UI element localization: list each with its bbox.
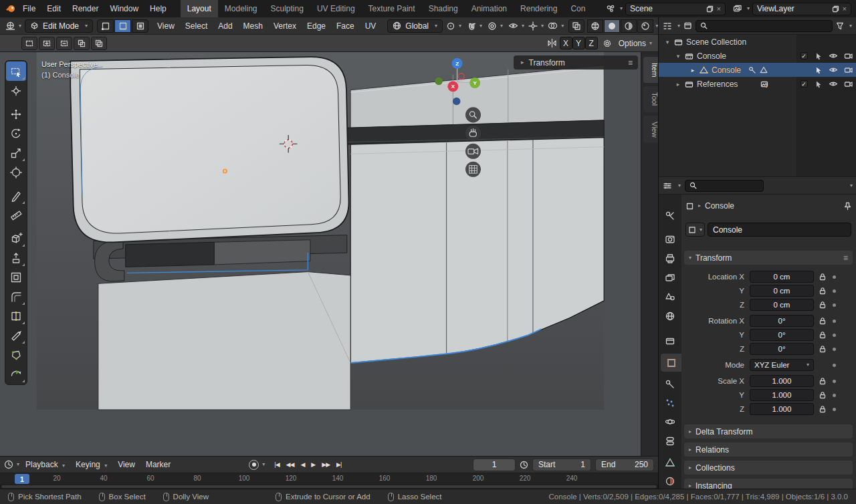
toggle-ortho-button[interactable] [465,162,481,177]
menu-render[interactable]: Render [67,2,104,15]
animate-dot[interactable] [833,408,836,411]
tool-inset-faces[interactable] [6,267,26,287]
properties-editor-icon[interactable] [663,181,672,191]
outliner-editor-chevron[interactable]: ▾ [677,23,680,29]
shading-wireframe-button[interactable] [587,19,603,33]
panel-options-icon[interactable]: ≡ [628,58,633,68]
lock-icon[interactable] [819,405,826,413]
workspace-tab-uv-editing[interactable]: UV Editing [310,0,362,17]
jump-to-end-button[interactable]: ▶| [334,459,344,470]
selectable-cursor-icon[interactable] [815,66,823,74]
location-y-field[interactable]: 0 cm [750,285,814,297]
tool-bevel[interactable] [6,287,26,306]
sidebar-tab-view[interactable]: View [643,116,659,144]
tool-measure[interactable] [6,205,26,225]
menu-uv[interactable]: UV [360,19,381,33]
snap-toggle[interactable]: ▾ [465,19,484,33]
scene-browse-chevron[interactable]: ▾ [620,6,623,11]
prev-keyframe-button[interactable]: ◀◀ [284,459,297,470]
outliner-row-console-object[interactable]: ▸ Console [659,63,856,77]
sidebar-tab-tool[interactable]: Tool [643,86,659,112]
xray-toggle[interactable] [568,19,584,33]
lock-icon[interactable] [819,377,826,385]
disclosure-triangle[interactable]: ▸ [675,81,681,88]
shading-material-button[interactable] [621,19,637,33]
hide-eye-icon[interactable] [829,52,838,59]
select-mode-new-button[interactable] [21,37,37,50]
menu-edit[interactable]: Edit [41,2,66,15]
disclosure-triangle[interactable]: ▾ [664,39,671,45]
animate-dot[interactable] [833,289,836,293]
play-button[interactable]: ▶ [308,459,318,470]
outliner-display-mode-icon[interactable] [683,21,692,30]
disable-render-camera-icon[interactable] [844,66,853,74]
menu-playback[interactable]: Playback ▾ [21,458,70,471]
tool-knife[interactable] [6,326,26,345]
menu-view[interactable]: View [152,19,179,33]
lock-icon[interactable] [819,273,826,281]
tool-add-cube[interactable] [6,229,26,248]
outliner-search-input[interactable] [696,20,833,32]
breadcrumb-object-name[interactable]: Console [705,201,734,211]
collection-exclude-checkbox[interactable]: ✓ [800,80,808,88]
new-scene-icon[interactable] [706,5,714,13]
rotation-x-field[interactable]: 0° [750,315,814,327]
tab-tool[interactable] [659,207,681,225]
overlays-dropdown[interactable]: ▾ [546,19,566,33]
animate-dot[interactable] [833,394,836,397]
disclosure-triangle[interactable]: ▾ [675,53,681,59]
filter-chevron[interactable]: ▾ [849,23,852,29]
tool-scale[interactable] [6,143,26,162]
tool-cursor[interactable] [6,81,26,100]
shading-solid-button[interactable] [604,19,620,33]
transform-panel-header[interactable]: ▸ Transform ≡ [514,55,638,70]
tool-loop-cut[interactable] [6,306,26,326]
workspace-tab-rendering[interactable]: Rendering [514,0,564,17]
menu-select[interactable]: Select [181,19,212,33]
vertex-select-button[interactable] [97,19,114,33]
proportional-editing-dropdown[interactable]: ▾ [486,19,505,33]
menu-mesh[interactable]: Mesh [239,19,268,33]
camera-view-button[interactable] [465,144,481,159]
section-collections[interactable]: ▸ Collections [684,461,853,475]
playhead[interactable]: 1 [15,474,29,484]
timeline-editor-chevron[interactable]: ▾ [17,462,19,467]
workspace-tab-compositing[interactable]: Con [564,0,592,17]
viewport-canvas[interactable]: Z Y X [0,52,641,456]
scene-name-field[interactable]: Scene × [625,3,726,15]
animate-dot[interactable] [833,275,836,279]
editor-type-button[interactable]: ▾ [3,19,23,33]
properties-search-input[interactable] [685,180,764,192]
scale-z-field[interactable]: 1.000 [750,403,814,415]
collection-exclude-checkbox[interactable]: ✓ [800,52,808,59]
options-dropdown[interactable]: Options ▾ [617,37,654,50]
viewlayer-browse-chevron[interactable]: ▾ [747,6,750,11]
workspace-tab-texture-paint[interactable]: Texture Paint [362,0,422,17]
filter-funnel-icon[interactable] [836,22,844,30]
sidebar-tab-item[interactable]: Item [643,57,659,83]
auto-keying-button[interactable] [249,460,259,470]
animate-dot[interactable] [833,380,836,383]
properties-filter-chevron[interactable]: ▾ [850,183,853,188]
tab-render[interactable] [659,230,681,248]
unlink-scene-icon[interactable]: × [717,5,721,13]
select-mode-intersect-button[interactable] [91,37,107,50]
location-x-field[interactable]: 0 cm [750,271,814,283]
shading-rendered-button[interactable] [637,19,653,33]
hide-eye-icon[interactable] [829,80,838,88]
disable-render-camera-icon[interactable] [844,52,853,59]
scale-x-field[interactable]: 1.000 [750,375,814,387]
gizmo-minus-z-ball[interactable] [453,98,461,106]
workspace-tab-modeling[interactable]: Modeling [218,0,264,17]
menu-help[interactable]: Help [144,2,172,15]
mode-dropdown[interactable]: Edit Mode ▾ [25,19,93,33]
lock-icon[interactable] [819,345,826,353]
tool-extrude-region[interactable] [6,248,26,267]
menu-edge[interactable]: Edge [302,19,330,33]
lock-icon[interactable] [819,317,826,325]
transform-panel-header[interactable]: ▾ Transform ≡ [684,251,853,265]
workspace-tab-shading[interactable]: Shading [422,0,465,17]
new-viewlayer-icon[interactable] [832,5,839,13]
selectable-cursor-icon[interactable] [815,80,823,88]
animate-dot[interactable] [833,320,836,323]
